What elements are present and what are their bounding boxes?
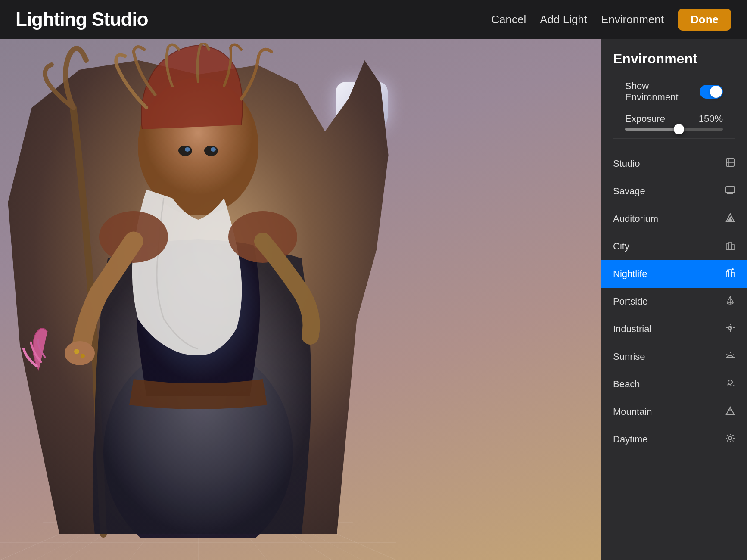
svg-rect-29: [726, 187, 735, 193]
character-svg: [0, 43, 401, 538]
svg-rect-39: [726, 271, 729, 277]
env-item-daytime[interactable]: Daytime: [601, 426, 747, 453]
svg-rect-37: [731, 245, 734, 249]
svg-point-20: [211, 147, 216, 152]
show-environment-row: Show Environment: [613, 75, 735, 108]
svg-point-57: [728, 380, 732, 384]
topbar: Lighting Studio Cancel Add Light Environ…: [0, 0, 747, 39]
env-item-icon: [725, 433, 735, 445]
env-item-icon: [725, 406, 735, 418]
env-item-label: Industrial: [613, 324, 651, 335]
divider-1: [613, 138, 735, 139]
exposure-header: Exposure 150%: [625, 113, 723, 124]
svg-line-54: [726, 355, 728, 355]
env-item-label: Sunrise: [613, 351, 645, 362]
add-light-button[interactable]: Add Light: [540, 13, 587, 26]
environment-button[interactable]: Environment: [601, 13, 664, 26]
env-item-icon: [725, 240, 735, 252]
exposure-value: 150%: [699, 113, 723, 124]
exposure-label: Exposure: [625, 113, 665, 124]
svg-point-24: [74, 349, 79, 354]
env-panel-title: Environment: [613, 51, 735, 67]
env-item-label: City: [613, 241, 629, 252]
env-panel-header: Environment Show Environment Exposure 15…: [601, 39, 747, 150]
environment-list: Studio Savage Auditorium City Nightlife …: [601, 150, 747, 453]
svg-point-17: [178, 146, 192, 156]
env-item-beach[interactable]: Beach: [601, 370, 747, 398]
env-item-savage[interactable]: Savage: [601, 177, 747, 205]
env-item-studio[interactable]: Studio: [601, 150, 747, 177]
svg-line-65: [727, 435, 728, 436]
env-item-label: Mountain: [613, 406, 652, 417]
svg-rect-36: [729, 242, 731, 249]
environment-panel: Environment Show Environment Exposure 15…: [601, 39, 747, 560]
env-item-label: Portside: [613, 296, 648, 307]
env-item-mountain[interactable]: Mountain: [601, 398, 747, 426]
env-item-icon: [725, 378, 735, 390]
slider-thumb[interactable]: [674, 124, 684, 134]
env-item-icon: [725, 268, 735, 280]
env-item-auditorium[interactable]: Auditorium: [601, 205, 747, 233]
env-item-label: Auditorium: [613, 213, 658, 224]
env-item-icon: [725, 296, 735, 308]
env-item-label: Nightlife: [613, 268, 647, 280]
svg-point-18: [204, 146, 218, 156]
env-item-icon: [725, 158, 735, 170]
toggle-knob: [710, 86, 722, 98]
svg-point-44: [727, 270, 728, 271]
app-title: Lighting Studio: [16, 9, 148, 30]
svg-point-48: [730, 327, 731, 329]
env-item-label: Daytime: [613, 434, 648, 445]
env-item-icon: [725, 185, 735, 197]
svg-point-25: [81, 354, 85, 358]
env-item-nightlife[interactable]: Nightlife: [601, 260, 747, 288]
env-item-icon: [725, 213, 735, 225]
svg-rect-35: [726, 244, 729, 249]
done-button[interactable]: Done: [678, 9, 731, 31]
svg-point-60: [728, 436, 732, 440]
svg-rect-41: [731, 272, 734, 277]
svg-point-23: [65, 341, 95, 365]
show-environment-toggle[interactable]: [700, 85, 723, 99]
env-item-label: Savage: [613, 186, 645, 197]
exposure-slider[interactable]: [625, 128, 723, 131]
env-item-label: Beach: [613, 379, 640, 390]
svg-line-66: [733, 441, 734, 442]
env-item-icon: [725, 351, 735, 363]
svg-point-19: [185, 147, 190, 152]
env-item-portside[interactable]: Portside: [601, 288, 747, 315]
env-item-label: Studio: [613, 158, 640, 169]
svg-point-43: [732, 268, 734, 270]
slider-fill: [625, 128, 679, 131]
exposure-section: Exposure 150%: [613, 108, 735, 134]
svg-line-68: [727, 441, 728, 442]
env-item-city[interactable]: City: [601, 233, 747, 260]
svg-line-67: [733, 435, 734, 436]
env-item-industrial[interactable]: Industrial: [601, 315, 747, 343]
svg-rect-40: [729, 270, 731, 277]
env-item-sunrise[interactable]: Sunrise: [601, 343, 747, 370]
svg-line-55: [733, 355, 734, 355]
topbar-actions: Cancel Add Light Environment Done: [491, 9, 731, 31]
show-environment-label: Show Environment: [625, 81, 700, 103]
cancel-button[interactable]: Cancel: [491, 13, 526, 26]
env-item-icon: [725, 323, 735, 335]
